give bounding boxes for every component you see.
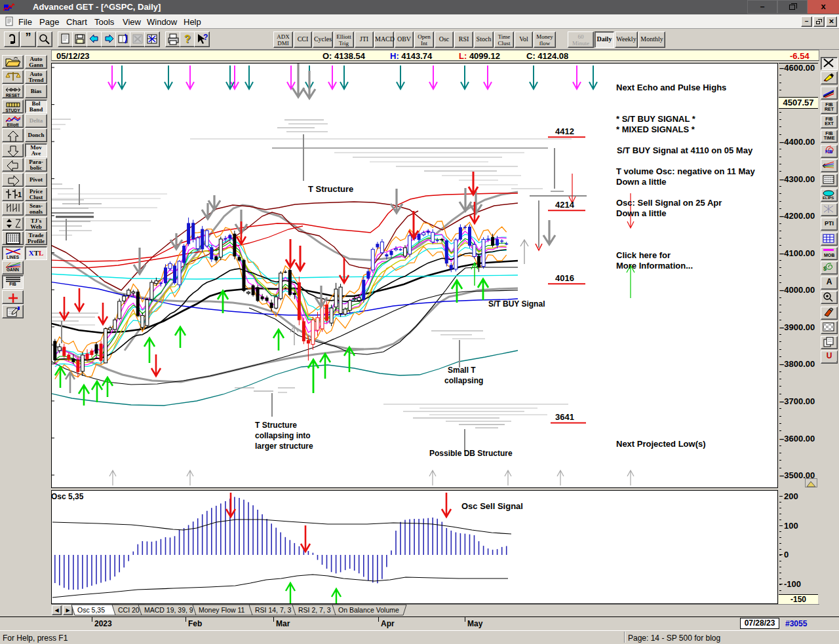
svg-text:Money Flow 11: Money Flow 11 <box>199 606 245 614</box>
svg-text:On Balance Volume: On Balance Volume <box>338 606 399 614</box>
svg-text:RSI 14, 7, 3: RSI 14, 7, 3 <box>255 606 292 614</box>
svg-text:Osc 5,35: Osc 5,35 <box>77 606 105 614</box>
svg-text:MACD 19, 39, 9: MACD 19, 39, 9 <box>144 606 193 614</box>
svg-text:CCI 20: CCI 20 <box>118 606 140 614</box>
svg-text:RSI 2, 7, 3: RSI 2, 7, 3 <box>298 606 331 614</box>
